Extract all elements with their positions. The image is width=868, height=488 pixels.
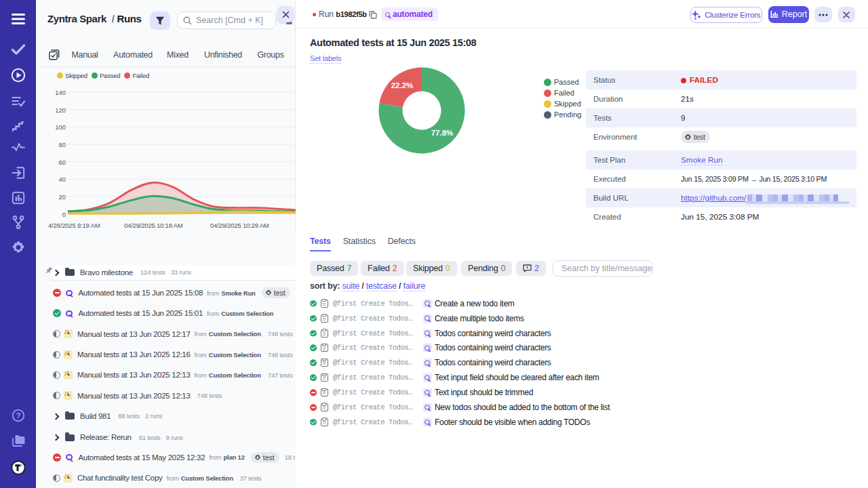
svg-text:22.2%: 22.2% bbox=[391, 81, 414, 89]
svg-text:77.8%: 77.8% bbox=[431, 129, 454, 137]
svg-text:?: ? bbox=[16, 411, 20, 420]
